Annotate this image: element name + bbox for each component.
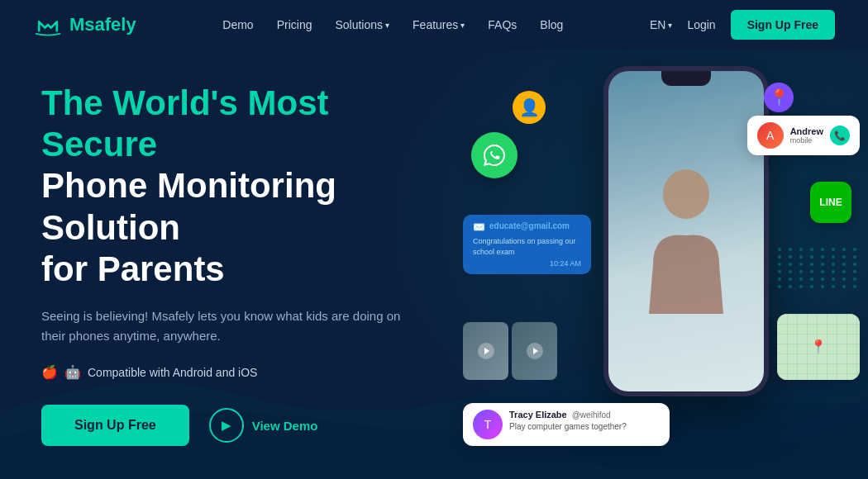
language-selector[interactable]: EN ▾ xyxy=(650,18,672,31)
nav-item-demo[interactable]: Demo xyxy=(222,17,253,32)
whatsapp-icon xyxy=(482,143,507,168)
hero-section: The World's Most Secure Phone Monitoring… xyxy=(0,50,868,479)
location-icon: 📍 xyxy=(769,88,789,107)
nav-item-faqs[interactable]: FAQs xyxy=(488,17,517,32)
phone-photo xyxy=(608,71,764,391)
brand-name: Msafely xyxy=(69,14,136,36)
hero-title-line1: The World's Most Secure xyxy=(41,83,329,164)
nav-right: EN ▾ Login Sign Up Free xyxy=(650,10,835,40)
nav-item-solutions[interactable]: Solutions ▾ xyxy=(335,18,389,31)
call-type: mobile xyxy=(790,136,823,145)
hero-title: The World's Most Secure Phone Monitoring… xyxy=(41,83,430,291)
chevron-down-icon: ▾ xyxy=(385,21,389,30)
chat-username: Tracy Elizabe xyxy=(509,410,567,420)
android-icon: 🤖 xyxy=(64,364,81,380)
call-info: Andrew mobile xyxy=(790,126,823,145)
chat-info: Tracy Elizabe @weihifod Play computer ga… xyxy=(509,410,627,431)
nav-item-pricing[interactable]: Pricing xyxy=(277,17,312,32)
navigation: Msafely Demo Pricing Solutions ▾ Feature… xyxy=(0,0,868,50)
call-contact-name: Andrew xyxy=(790,126,823,136)
email-notification-card: ✉️ educate@gmail.com Congratulations on … xyxy=(463,215,591,274)
video-thumb-1 xyxy=(463,322,508,380)
map-grid: 📍 xyxy=(777,314,860,380)
chat-header: Tracy Elizabe @weihifod xyxy=(509,410,627,420)
line-app-float-icon: LINE xyxy=(810,182,851,223)
person-float-icon: 👤 xyxy=(513,91,546,124)
email-from: educate@gmail.com xyxy=(489,221,570,230)
nav-item-features[interactable]: Features ▾ xyxy=(413,18,465,31)
demo-label: View Demo xyxy=(252,419,318,433)
compatibility-row: 🍎 🤖 Compatible with Android and iOS xyxy=(41,364,430,380)
call-phone-icon: 📞 xyxy=(830,126,850,145)
person-silhouette xyxy=(637,149,736,314)
video-thumbnails xyxy=(463,322,557,380)
phone-notch xyxy=(661,71,711,86)
chat-notification-card: T Tracy Elizabe @weihifod Play computer … xyxy=(463,403,670,446)
login-link[interactable]: Login xyxy=(687,18,715,31)
nav-item-blog[interactable]: Blog xyxy=(540,17,563,32)
compatible-text: Compatible with Android and iOS xyxy=(88,366,257,379)
play-icon xyxy=(525,341,545,361)
location-float-icon: 📍 xyxy=(764,83,794,112)
email-message: Congratulations on passing our school ex… xyxy=(473,236,581,257)
hero-content: The World's Most Secure Phone Monitoring… xyxy=(0,50,463,479)
dot-pattern-decoration: for(let i=0;i<48;i++) document.write('<d… xyxy=(778,248,860,288)
video-thumb-2 xyxy=(512,322,557,380)
hero-title-line3: for Parents xyxy=(41,249,225,288)
nav-links: Demo Pricing Solutions ▾ Features ▾ FAQs… xyxy=(222,17,563,32)
view-demo-button[interactable]: ▶ View Demo xyxy=(209,408,318,443)
hero-visual: for(let i=0;i<48;i++) document.write('<d… xyxy=(455,50,868,479)
chat-handle: @weihifod xyxy=(572,410,611,420)
chevron-down-icon: ▾ xyxy=(668,21,672,30)
email-icon: ✉️ xyxy=(473,221,485,233)
apple-icon: 🍎 xyxy=(41,364,58,380)
map-pin-icon: 📍 xyxy=(810,339,827,354)
whatsapp-float-icon xyxy=(471,132,517,178)
chat-avatar: T xyxy=(473,410,503,439)
line-label: LINE xyxy=(819,197,842,208)
call-notification-card: A Andrew mobile 📞 xyxy=(747,116,860,155)
play-icon xyxy=(476,341,496,361)
chat-message: Play computer games together? xyxy=(509,422,627,431)
hero-title-line2: Phone Monitoring Solution xyxy=(41,166,336,246)
call-avatar: A xyxy=(757,122,784,149)
phone-mockup xyxy=(603,66,769,396)
hero-signup-button[interactable]: Sign Up Free xyxy=(41,405,189,446)
person-icon: 👤 xyxy=(519,97,540,117)
play-icon: ▶ xyxy=(209,408,244,443)
cta-buttons: Sign Up Free ▶ View Demo xyxy=(41,405,430,446)
nav-signup-button[interactable]: Sign Up Free xyxy=(731,10,835,40)
email-timestamp: 10:24 AM xyxy=(473,259,581,268)
hero-subtitle: Seeing is believing! Msafely lets you kn… xyxy=(41,306,422,346)
phone-screen xyxy=(608,71,764,391)
chevron-down-icon: ▾ xyxy=(460,21,465,30)
logo[interactable]: Msafely xyxy=(33,10,136,40)
map-card: 📍 xyxy=(777,314,860,380)
svg-point-0 xyxy=(663,169,709,219)
